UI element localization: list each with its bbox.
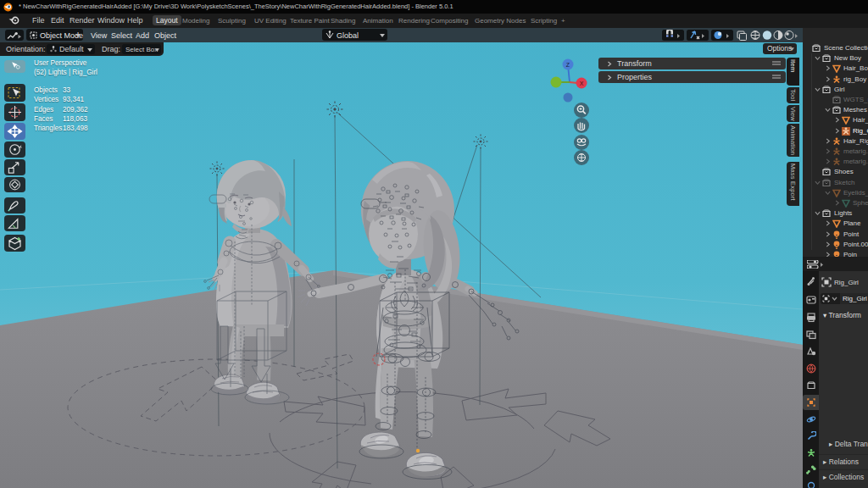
svg-text:X: X <box>580 80 584 86</box>
svg-text:Z: Z <box>566 62 570 68</box>
